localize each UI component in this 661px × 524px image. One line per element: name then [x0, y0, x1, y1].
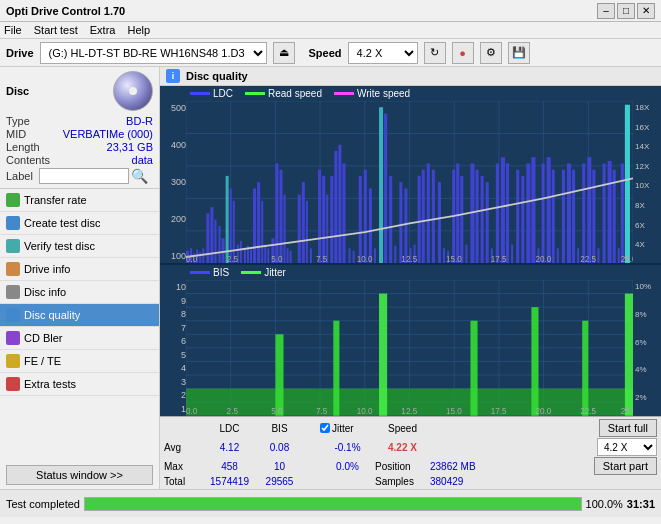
app-title: Opti Drive Control 1.70 [6, 5, 125, 17]
mid-label: MID [6, 128, 26, 140]
bis-header: BIS [257, 423, 302, 434]
close-btn[interactable]: ✕ [637, 3, 655, 19]
drive-select[interactable]: (G:) HL-DT-ST BD-RE WH16NS48 1.D3 [40, 42, 267, 64]
chart1-y-right: 4X 6X 8X 10X 12X 14X 16X 18X [633, 101, 661, 263]
svg-rect-103 [572, 170, 575, 264]
avg-ldc: 4.12 [202, 442, 257, 453]
disc-title: Disc [6, 85, 29, 97]
sidebar-item-drive-info[interactable]: Drive info [0, 258, 159, 281]
svg-rect-150 [333, 321, 339, 416]
start-part-btn[interactable]: Start part [594, 457, 657, 475]
menu-extra[interactable]: Extra [90, 24, 116, 36]
start-full-btn[interactable]: Start full [599, 419, 657, 437]
extra-tests-icon [6, 377, 20, 391]
svg-rect-100 [557, 248, 559, 263]
svg-text:2.5: 2.5 [227, 406, 238, 416]
svg-rect-51 [318, 170, 321, 264]
svg-rect-97 [542, 163, 545, 263]
mid-value: VERBATIMe (000) [63, 128, 153, 140]
svg-rect-106 [587, 157, 591, 263]
svg-rect-57 [342, 163, 345, 263]
svg-rect-152 [470, 321, 477, 416]
svg-rect-77 [443, 248, 445, 263]
svg-text:20.0: 20.0 [535, 406, 551, 416]
sidebar-item-fe-te[interactable]: FE / TE [0, 350, 159, 373]
status-window-btn[interactable]: Status window >> [6, 465, 153, 485]
samples-label: Samples [375, 476, 430, 487]
svg-rect-44 [284, 195, 286, 264]
type-value: BD-R [126, 115, 153, 127]
svg-text:22.5: 22.5 [580, 406, 596, 416]
svg-rect-66 [389, 176, 392, 263]
svg-rect-74 [427, 163, 430, 263]
cd-bler-icon [6, 331, 20, 345]
avg-speed: 4.22 X [375, 442, 430, 453]
svg-text:10.0: 10.0 [357, 406, 373, 416]
svg-text:25.0: 25.0 [621, 253, 633, 263]
svg-text:5.0: 5.0 [271, 406, 282, 416]
svg-rect-64 [379, 107, 383, 263]
svg-text:15.0: 15.0 [446, 406, 462, 416]
chart1-y-left: 100 200 300 400 500 [160, 101, 186, 263]
jitter-checkbox[interactable] [320, 423, 330, 433]
speed-select-drive[interactable]: 4.2 X [348, 42, 418, 64]
speed-label: Speed [309, 47, 342, 59]
sidebar-item-extra-tests[interactable]: Extra tests [0, 373, 159, 396]
sidebar-item-transfer-rate[interactable]: Transfer rate [0, 189, 159, 212]
menu-help[interactable]: Help [127, 24, 150, 36]
maximize-btn[interactable]: □ [617, 3, 635, 19]
transfer-rate-icon [6, 193, 20, 207]
svg-rect-101 [562, 170, 565, 264]
svg-rect-112 [618, 248, 620, 263]
svg-text:2.5: 2.5 [227, 253, 238, 263]
burn-icon[interactable]: ● [452, 42, 474, 64]
stats-bar: LDC BIS Jitter Speed Start full Avg 4.12… [160, 416, 661, 489]
svg-rect-40 [267, 248, 269, 263]
svg-rect-61 [364, 170, 367, 264]
svg-rect-52 [322, 176, 325, 263]
svg-rect-59 [353, 251, 355, 263]
verify-test-disc-icon [6, 239, 20, 253]
disc-icon [113, 71, 153, 111]
svg-rect-26 [219, 226, 221, 263]
sidebar-item-verify-test-disc[interactable]: Verify test disc [0, 235, 159, 258]
svg-rect-93 [521, 176, 524, 263]
eject-icon[interactable]: ⏏ [273, 42, 295, 64]
progress-bar [84, 497, 582, 511]
label-icon[interactable]: 🔍 [131, 168, 148, 184]
disc-quality-header: i Disc quality [160, 67, 661, 86]
svg-rect-63 [374, 248, 376, 263]
refresh-icon[interactable]: ↻ [424, 42, 446, 64]
avg-bis: 0.08 [257, 442, 302, 453]
speed-select-quality[interactable]: 4.2 X [597, 438, 657, 456]
progress-percent: 100.0% [586, 498, 623, 510]
label-input[interactable] [39, 168, 129, 184]
sidebar-item-cd-bler[interactable]: CD Bler [0, 327, 159, 350]
save-icon[interactable]: 💾 [508, 42, 530, 64]
jitter-header: Jitter [332, 423, 354, 434]
menu-start-test[interactable]: Start test [34, 24, 78, 36]
svg-rect-105 [582, 163, 585, 263]
sidebar-item-disc-info[interactable]: Disc info [0, 281, 159, 304]
minimize-btn[interactable]: – [597, 3, 615, 19]
fe-te-icon [6, 354, 20, 368]
sidebar-item-create-test-disc[interactable]: Create test disc [0, 212, 159, 235]
disc-quality-icon [6, 308, 20, 322]
svg-rect-76 [438, 182, 441, 263]
svg-rect-60 [359, 176, 362, 263]
drive-info-icon [6, 262, 20, 276]
sidebar-item-disc-quality[interactable]: Disc quality [0, 304, 159, 327]
svg-rect-85 [481, 176, 484, 263]
menu-file[interactable]: File [4, 24, 22, 36]
svg-rect-62 [369, 188, 372, 263]
samples-value: 380429 [430, 476, 500, 487]
svg-text:17.5: 17.5 [491, 406, 507, 416]
svg-rect-37 [257, 182, 260, 263]
svg-rect-149 [275, 335, 283, 416]
svg-rect-65 [384, 113, 387, 263]
svg-text:10.0: 10.0 [357, 253, 373, 263]
position-label: Position [375, 461, 430, 472]
svg-rect-102 [567, 163, 571, 263]
svg-rect-82 [465, 245, 467, 264]
settings-icon[interactable]: ⚙ [480, 42, 502, 64]
